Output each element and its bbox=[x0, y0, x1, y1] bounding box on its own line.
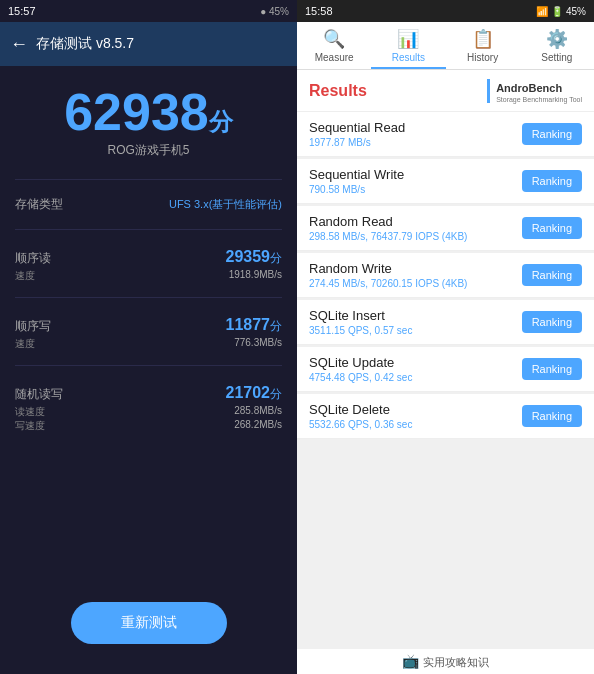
seq-read-ranking-btn[interactable]: Ranking bbox=[522, 123, 582, 145]
seq-read-sub-value: 1918.9MB/s bbox=[229, 269, 282, 283]
androbench-sub: Storage Benchmarking Tool bbox=[496, 96, 582, 103]
random-read-name: Random Read bbox=[309, 214, 467, 229]
sqlite-insert-name: SQLite Insert bbox=[309, 308, 412, 323]
left-time: 15:57 bbox=[8, 5, 36, 17]
seq-write-title: 顺序写 bbox=[15, 318, 51, 335]
retest-button[interactable]: 重新测试 bbox=[71, 602, 227, 644]
right-status-bar: 15:58 📶 🔋 45% bbox=[297, 0, 594, 22]
results-icon: 📊 bbox=[397, 28, 419, 50]
divider-top bbox=[15, 179, 282, 180]
seq-read-name: Sequential Read bbox=[309, 120, 405, 135]
metric-random-rw: 随机读写 21702分 读速度 285.8MB/s 写速度 268.2MB/s bbox=[0, 376, 297, 437]
sqlite-insert-val: 3511.15 QPS, 0.57 sec bbox=[309, 325, 412, 336]
logo-bar bbox=[487, 79, 490, 103]
seq-write-name: Sequential Write bbox=[309, 167, 404, 182]
random-write-ranking-btn[interactable]: Ranking bbox=[522, 264, 582, 286]
random-read-ranking-btn[interactable]: Ranking bbox=[522, 217, 582, 239]
storage-type-label: 存储类型 bbox=[15, 196, 63, 213]
setting-icon: ⚙️ bbox=[546, 28, 568, 50]
metric-sequential-read: 顺序读 29359分 速度 1918.9MB/s bbox=[0, 240, 297, 287]
results-header: Results AndroBench Storage Benchmarking … bbox=[297, 70, 594, 112]
seq-read-sub-label: 速度 bbox=[15, 269, 35, 283]
right-status-icons: 📶 🔋 45% bbox=[536, 6, 586, 17]
sqlite-delete-ranking-btn[interactable]: Ranking bbox=[522, 405, 582, 427]
result-sqlite-insert: SQLite Insert 3511.15 QPS, 0.57 sec Rank… bbox=[297, 300, 594, 345]
random-rw-value: 21702分 bbox=[226, 384, 283, 403]
result-random-read: Random Read 298.58 MB/s, 76437.79 IOPS (… bbox=[297, 206, 594, 251]
random-rw-title: 随机读写 bbox=[15, 386, 63, 403]
nav-history[interactable]: 📋 History bbox=[446, 22, 520, 69]
sqlite-insert-ranking-btn[interactable]: Ranking bbox=[522, 311, 582, 333]
random-write-label: 写速度 bbox=[15, 419, 45, 433]
score-area: 62938分 ROG游戏手机5 bbox=[0, 66, 297, 169]
watermark-text: 📺 实用攻略知识 bbox=[297, 649, 594, 674]
result-random-write: Random Write 274.45 MB/s, 70260.15 IOPS … bbox=[297, 253, 594, 298]
random-read-val: 298.58 MB/s, 76437.79 IOPS (4KB) bbox=[309, 231, 467, 242]
watermark-label: 实用攻略知识 bbox=[423, 656, 489, 668]
seq-read-val: 1977.87 MB/s bbox=[309, 137, 405, 148]
tv-icon: 📺 bbox=[402, 653, 419, 669]
androbench-name: AndroBench bbox=[496, 82, 562, 94]
result-sequential-read: Sequential Read 1977.87 MB/s Ranking bbox=[297, 112, 594, 157]
results-list: Sequential Read 1977.87 MB/s Ranking Seq… bbox=[297, 112, 594, 649]
nav-results-label: Results bbox=[392, 52, 425, 63]
sqlite-update-name: SQLite Update bbox=[309, 355, 412, 370]
device-name: ROG游戏手机5 bbox=[10, 142, 287, 159]
seq-write-sub-value: 776.3MB/s bbox=[234, 337, 282, 351]
seq-write-ranking-btn[interactable]: Ranking bbox=[522, 170, 582, 192]
nav-measure[interactable]: 🔍 Measure bbox=[297, 22, 371, 69]
sqlite-update-val: 4754.48 QPS, 0.42 sec bbox=[309, 372, 412, 383]
left-status-bar: 15:57 ● 45% bbox=[0, 0, 297, 22]
seq-read-title: 顺序读 bbox=[15, 250, 51, 267]
result-sqlite-update: SQLite Update 4754.48 QPS, 0.42 sec Rank… bbox=[297, 347, 594, 392]
left-header: ← 存储测试 v8.5.7 bbox=[0, 22, 297, 66]
sqlite-delete-val: 5532.66 QPS, 0.36 sec bbox=[309, 419, 412, 430]
right-time: 15:58 bbox=[305, 5, 333, 17]
seq-write-sub-label: 速度 bbox=[15, 337, 35, 351]
random-write-val: 274.45 MB/s, 70260.15 IOPS (4KB) bbox=[309, 278, 467, 289]
nav-setting-label: Setting bbox=[541, 52, 572, 63]
sqlite-update-ranking-btn[interactable]: Ranking bbox=[522, 358, 582, 380]
metric-sequential-write: 顺序写 11877分 速度 776.3MB/s bbox=[0, 308, 297, 355]
nav-results[interactable]: 📊 Results bbox=[371, 22, 445, 69]
divider-2 bbox=[15, 297, 282, 298]
seq-write-val: 790.58 MB/s bbox=[309, 184, 404, 195]
history-icon: 📋 bbox=[472, 28, 494, 50]
storage-type-value: UFS 3.x(基于性能评估) bbox=[169, 197, 282, 212]
random-write-value: 268.2MB/s bbox=[234, 419, 282, 433]
score-unit: 分 bbox=[209, 108, 233, 135]
androbench-text: AndroBench Storage Benchmarking Tool bbox=[496, 78, 582, 103]
seq-read-value: 29359分 bbox=[226, 248, 283, 267]
divider-3 bbox=[15, 365, 282, 366]
random-read-label: 读速度 bbox=[15, 405, 45, 419]
right-panel: 15:58 📶 🔋 45% 🔍 Measure 📊 Results 📋 Hist… bbox=[297, 0, 594, 674]
androbench-logo: AndroBench Storage Benchmarking Tool bbox=[487, 78, 582, 103]
result-sequential-write: Sequential Write 790.58 MB/s Ranking bbox=[297, 159, 594, 204]
left-panel: 15:57 ● 45% ← 存储测试 v8.5.7 62938分 ROG游戏手机… bbox=[0, 0, 297, 674]
back-arrow-icon[interactable]: ← bbox=[10, 34, 28, 55]
random-read-value: 285.8MB/s bbox=[234, 405, 282, 419]
random-write-name: Random Write bbox=[309, 261, 467, 276]
storage-type-row: 存储类型 UFS 3.x(基于性能评估) bbox=[0, 190, 297, 219]
nav-measure-label: Measure bbox=[315, 52, 354, 63]
measure-icon: 🔍 bbox=[323, 28, 345, 50]
left-header-title: 存储测试 v8.5.7 bbox=[36, 35, 134, 53]
score-number: 62938 bbox=[64, 83, 209, 141]
divider-1 bbox=[15, 229, 282, 230]
seq-write-value: 11877分 bbox=[226, 316, 283, 335]
right-nav: 🔍 Measure 📊 Results 📋 History ⚙️ Setting bbox=[297, 22, 594, 70]
result-sqlite-delete: SQLite Delete 5532.66 QPS, 0.36 sec Rank… bbox=[297, 394, 594, 439]
sqlite-delete-name: SQLite Delete bbox=[309, 402, 412, 417]
results-title: Results bbox=[309, 82, 367, 100]
nav-history-label: History bbox=[467, 52, 498, 63]
nav-setting[interactable]: ⚙️ Setting bbox=[520, 22, 594, 69]
